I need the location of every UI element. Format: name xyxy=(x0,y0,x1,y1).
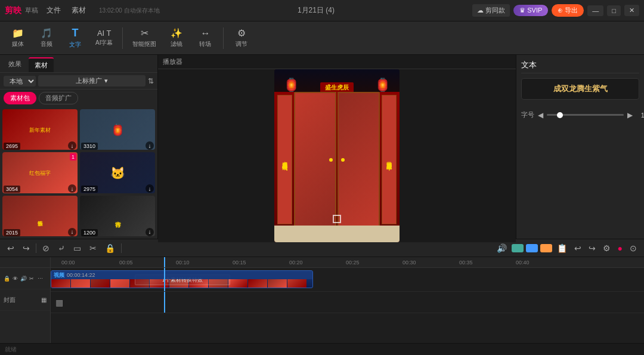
topbar-menu: 文件 素材 xyxy=(42,4,91,17)
media-item[interactable]: 春节快乐 2015 ↓ 春节祝福相册片 xyxy=(2,196,78,236)
tool-transition-label: 转场 xyxy=(199,40,211,48)
tool-filters[interactable]: ✨ 滤镜 xyxy=(163,25,190,51)
record-button[interactable]: ● xyxy=(615,242,625,254)
menu-material[interactable]: 素材 xyxy=(67,4,91,17)
project-title: 1月21日 (4) xyxy=(298,5,335,16)
media-count: 1200 xyxy=(81,229,98,236)
toolbar: 📁 媒体 🎵 音频 T 文字 AI T AI字幕 ✂ 智能抠图 ✨ 滤镜 ↔ 转… xyxy=(0,21,644,55)
tl-settings-button[interactable]: ⚙ xyxy=(600,242,613,254)
save-status: 13:02:00 自动保存本地 xyxy=(99,7,160,15)
transition-icon: ↔ xyxy=(200,28,210,39)
cover-icon: ▦ xyxy=(41,297,47,303)
media-count: 3054 xyxy=(4,186,20,193)
tl-undo-button[interactable]: ↩ xyxy=(572,242,584,254)
slider-increase[interactable]: ▶ xyxy=(627,111,633,119)
cover-track-label: 封面 ▦ xyxy=(0,289,50,311)
tool-cutout-label: 智能抠图 xyxy=(132,40,156,48)
media-add-icon[interactable]: ↓ xyxy=(68,184,76,193)
slider-decrease[interactable]: ◀ xyxy=(538,111,543,119)
media-item[interactable]: 新年素材 2695 ↓ 山年年立组 xyxy=(2,109,78,150)
tl-redo-button[interactable]: ↪ xyxy=(586,242,598,254)
clip-label: 视频 xyxy=(54,271,64,279)
sub-tab-audio-expand[interactable]: 音频扩广 xyxy=(39,92,78,104)
tl-extra-button[interactable]: ⊙ xyxy=(627,242,639,254)
sort-icon[interactable]: ⇅ xyxy=(148,77,154,85)
media-count: 3310 xyxy=(81,143,98,150)
media-item[interactable]: 🏮 3310 ↓ 山年年立组 xyxy=(80,109,155,150)
cutout-icon: ✂ xyxy=(141,27,148,39)
source-select[interactable]: 本地 云端 xyxy=(4,76,36,87)
font-size-slider[interactable] xyxy=(547,114,624,116)
media-add-icon[interactable]: ↓ xyxy=(145,184,154,193)
menu-file[interactable]: 文件 xyxy=(42,4,66,17)
color-btn-1[interactable] xyxy=(512,244,524,252)
left-tab-materials[interactable]: 素材 xyxy=(29,57,54,72)
cut-button[interactable]: ✂ xyxy=(87,242,99,254)
select-button[interactable]: ⤶ xyxy=(55,242,67,254)
media-add-icon[interactable]: ↓ xyxy=(145,228,154,236)
lantern-left: 🏮 xyxy=(283,78,299,93)
tl-right-tools: 🔊 📋 ↩ ↪ ⚙ ● ⊙ xyxy=(494,242,639,254)
maximize-button[interactable]: □ xyxy=(607,5,621,16)
tl-sep-2 xyxy=(121,243,122,253)
tool-media-label: 媒体 xyxy=(12,40,24,48)
minimize-button[interactable]: — xyxy=(587,5,603,16)
ruler-time-35: 00:35 xyxy=(459,260,473,266)
tool-ai[interactable]: AI T AI字幕 xyxy=(91,26,117,50)
media-count: 2975 xyxy=(81,186,98,193)
export-button[interactable]: ⊕ 导出 xyxy=(552,4,584,17)
tool-media[interactable]: 📁 媒体 xyxy=(5,25,31,51)
media-icon: 📁 xyxy=(12,27,24,39)
media-add-icon[interactable]: ↓ xyxy=(68,141,76,150)
track-cut-icon[interactable]: ✂ xyxy=(29,276,34,282)
preview-video: 🏮 盛生虎辰 🏮 虎跃龙腾生紫气 风调雨顺兆丰年 xyxy=(274,69,400,242)
ruler-playhead xyxy=(164,257,165,267)
redo-button[interactable]: ↪ xyxy=(20,242,32,254)
media-add-icon[interactable]: ↓ xyxy=(68,228,76,236)
tool-transitions[interactable]: ↔ 转场 xyxy=(192,26,218,51)
volume-button[interactable]: 🔊 xyxy=(494,242,509,254)
font-section: 字号 ◀ ▶ 15 ▲ xyxy=(521,110,639,119)
color-btn-3[interactable] xyxy=(540,244,552,252)
filter-button[interactable]: 上标推广 ▾ xyxy=(38,75,145,87)
sub-tab-packages[interactable]: 素材包 xyxy=(4,92,36,104)
media-add-icon[interactable]: ↓ xyxy=(145,141,154,150)
video-clip[interactable]: 视频 00:00:14:22 xyxy=(51,270,313,288)
timeline-tracks[interactable]: 00:00 00:05 00:10 00:15 00:20 00:25 00:3… xyxy=(51,257,644,343)
lock-button[interactable]: 🔒 xyxy=(103,242,117,254)
tool-text[interactable]: T 文字 xyxy=(62,24,88,51)
media-item[interactable]: 🐱 2975 ↓ 新年祝福 xyxy=(80,152,155,193)
tool-cutout[interactable]: ✂ 智能抠图 xyxy=(128,25,161,51)
color-btn-2[interactable] xyxy=(526,244,538,252)
track-visible-icon[interactable]: 👁 xyxy=(13,276,18,282)
tool-filter-label: 滤镜 xyxy=(171,40,182,48)
split-button[interactable]: ▭ xyxy=(71,242,83,254)
couplet-right: 风调雨顺兆丰年 xyxy=(385,158,393,162)
right-panel-title: 文本 xyxy=(521,60,639,73)
font-label: 字号 xyxy=(521,110,534,119)
center-panel: 播放器 🏮 盛生虎辰 🏮 虎跃龙腾生紫气 风调雨顺 xyxy=(158,55,516,239)
copy-button[interactable]: 📋 xyxy=(555,242,569,254)
bottom-status: 就绪 xyxy=(0,343,644,355)
timeline-content: 🔒 👁 🔊 ✂ ⋯ 封面 ▦ 00:00 00:05 00:10 00:15 0… xyxy=(0,257,644,343)
ai-icon: AI T xyxy=(97,29,112,38)
tool-text-label: 文字 xyxy=(69,41,81,49)
media-item[interactable]: 红包福字 3054 ↓ 1 音乐扩广 xyxy=(2,152,78,193)
media-item[interactable]: 古寺吉祥 1200 ↓ 吉祥春晚 xyxy=(80,196,155,236)
close-button[interactable]: ✕ xyxy=(624,5,639,16)
cover-label-text: 封面 xyxy=(4,296,16,304)
timeline-area: ↩ ↪ ⊘ ⤶ ▭ ✂ 🔒 🔊 📋 ↩ ↪ ⚙ ● ⊙ 🔒 👁 xyxy=(0,239,644,355)
tool-audio[interactable]: 🎵 音频 xyxy=(33,25,60,51)
track-mute-icon[interactable]: 🔊 xyxy=(20,276,27,282)
clear-button[interactable]: ⊘ xyxy=(40,242,52,254)
ruler-time-40: 00:40 xyxy=(516,260,530,266)
undo-button[interactable]: ↩ xyxy=(5,242,17,254)
toolbar-separator-1 xyxy=(122,27,123,49)
tool-adjust[interactable]: ⚙ 调节 xyxy=(228,25,255,51)
cloud-btn[interactable]: ☁ 剪同款 xyxy=(472,4,510,17)
left-tab-effects[interactable]: 效果 xyxy=(2,57,27,72)
track-lock-icon[interactable]: 🔒 xyxy=(4,276,10,282)
clip-duration: 00:00:14:22 xyxy=(67,272,95,278)
vip-button[interactable]: ♛ SVIP xyxy=(513,5,548,16)
track-more-icon[interactable]: ⋯ xyxy=(38,276,43,282)
